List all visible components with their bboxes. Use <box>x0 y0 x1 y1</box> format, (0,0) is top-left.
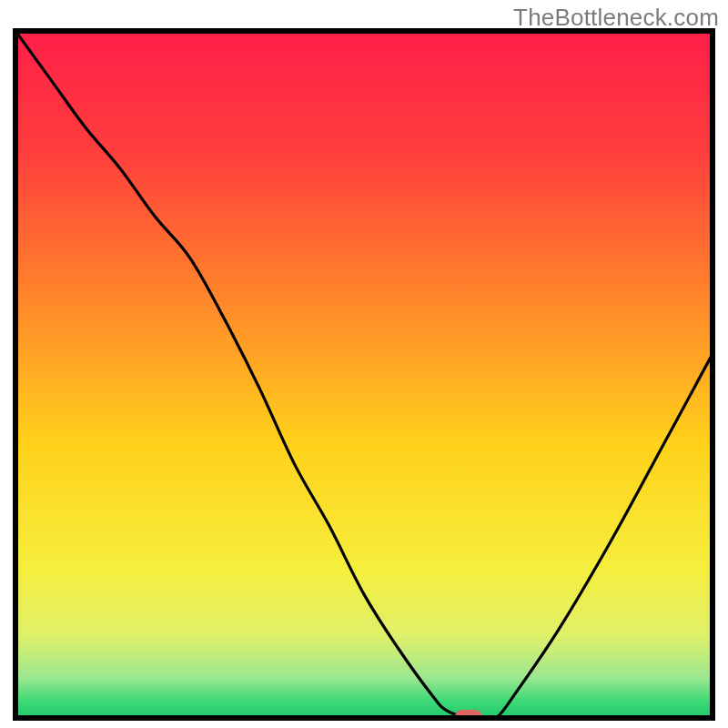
bottleneck-chart <box>0 0 728 728</box>
plot-background <box>15 31 713 718</box>
chart-frame: TheBottleneck.com <box>0 0 728 728</box>
